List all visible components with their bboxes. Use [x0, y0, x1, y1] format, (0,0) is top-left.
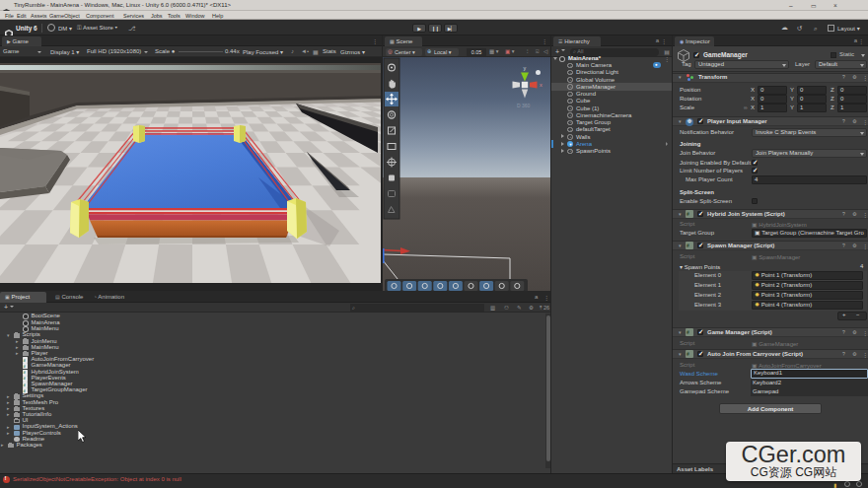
svg-text:D 360: D 360: [517, 103, 531, 108]
svg-text:y: y: [524, 65, 527, 71]
svg-text:x: x: [540, 82, 542, 88]
